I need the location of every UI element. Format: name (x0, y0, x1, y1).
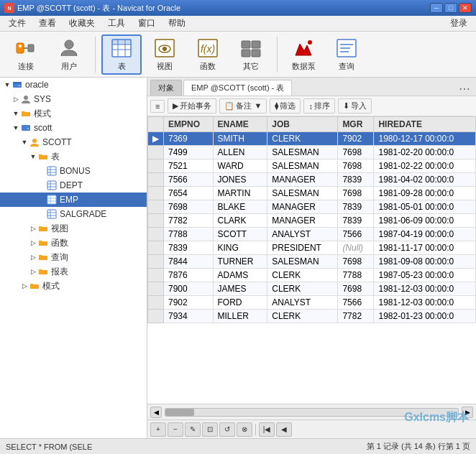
sidebar-item-scott-schema[interactable]: ▼ SCOTT (0, 135, 147, 149)
menu-tools[interactable]: 工具 (102, 16, 131, 31)
nav-first-btn[interactable]: |◀ (259, 422, 275, 437)
menu-file[interactable]: 文件 (3, 16, 32, 31)
sort-button[interactable]: ↕ 排序 (303, 98, 335, 114)
cell-hiredate: 1981-02-22 00:00:0 (374, 159, 476, 173)
menu-button[interactable]: ≡ (150, 100, 165, 113)
table-row[interactable]: 7900JAMESCLERK76981981-12-03 00:00:0 (148, 282, 476, 296)
cell-hiredate: 1981-05-01 00:00:0 (374, 200, 476, 214)
nav-delete-btn[interactable]: − (168, 422, 183, 437)
table-row[interactable]: 7521WARDSALESMAN76981981-02-22 00:00:0 (148, 159, 476, 173)
table-row[interactable]: 7844TURNERSALESMAN76981981-09-08 00:00:0 (148, 255, 476, 269)
toolbar-user[interactable]: 用户 (49, 34, 89, 75)
cell-hiredate: 1980-12-17 00:00:0 (374, 132, 476, 146)
sidebar-item-dept[interactable]: DEPT (0, 178, 147, 193)
tab-emp-table[interactable]: EMP @SCOTT (scott) - 表 (183, 80, 292, 96)
toolbar-connect[interactable]: 连接 (6, 34, 46, 75)
indicator-header (148, 117, 164, 132)
cell-mgr: 7788 (338, 269, 374, 282)
query-label: 查询 (339, 61, 354, 72)
titlebar-left: N EMP @SCOTT (scott) - 表 - Navicat for O… (4, 3, 180, 14)
nav-stop-btn[interactable]: ⊗ (237, 422, 252, 437)
expand-arrow-scott-schema: ▼ (20, 138, 29, 147)
cell-job: ANALYST (267, 296, 338, 310)
maximize-button[interactable]: □ (444, 3, 457, 13)
tab-scroll-icon[interactable]: ⋯ (456, 82, 473, 96)
toolbar-view[interactable]: 视图 (145, 34, 185, 75)
scroll-track[interactable] (165, 408, 459, 417)
other-label: 其它 (243, 61, 259, 72)
table-row[interactable]: 7782CLARKMANAGER78391981-06-09 00:00:0 (148, 214, 476, 228)
nav-copy-btn[interactable]: ⊡ (202, 422, 218, 437)
table-row[interactable]: ▶7369SMITHCLERK79021980-12-17 00:00:0 (148, 132, 476, 146)
sidebar-item-queries[interactable]: ▷ 查询 (0, 250, 147, 264)
table-row[interactable]: 7839KINGPRESIDENT(Null)1981-11-17 00:00:… (148, 241, 476, 255)
table-row[interactable]: 7934MILLERCLERK77821982-01-23 00:00:0 (148, 310, 476, 323)
start-transaction-button[interactable]: ▶ 开始事务 (168, 98, 216, 114)
table-label: 表 (118, 61, 126, 72)
login-link[interactable]: 登录 (444, 16, 473, 31)
minimize-button[interactable]: ─ (430, 3, 443, 13)
col-header-mgr[interactable]: MGR (338, 117, 374, 132)
nav-add-btn[interactable]: + (150, 422, 166, 437)
table-row[interactable]: 7499ALLENSALESMAN76981981-02-20 00:00:0 (148, 146, 476, 159)
schemas-label: 模式 (34, 108, 51, 120)
cell-empno: 7698 (164, 200, 214, 214)
filter-button[interactable]: ⧫ 筛选 (270, 98, 301, 114)
hscroll-bar: ◀ ▶ (147, 404, 476, 420)
scroll-thumb[interactable] (165, 409, 194, 416)
sidebar-item-scott-server[interactable]: ▼ scott (0, 121, 147, 135)
menu-favorites[interactable]: 收藏夹 (63, 16, 101, 31)
cell-mgr: 7698 (338, 255, 374, 269)
toolbar-other[interactable]: 其它 (231, 34, 271, 75)
table-row[interactable]: 7902FORDANALYST75661981-12-03 00:00:0 (148, 296, 476, 310)
sidebar-item-sys[interactable]: ▷ SYS (0, 92, 147, 106)
table-row[interactable]: 7566JONESMANAGER78391981-04-02 00:00:0 (148, 173, 476, 187)
scroll-left-btn[interactable]: ◀ (150, 407, 162, 418)
table-row[interactable]: 7876ADAMSCLERK77881987-05-23 00:00:0 (148, 269, 476, 282)
sidebar-item-funcs[interactable]: ▷ 函数 (0, 236, 147, 250)
col-header-ename[interactable]: ENAME (213, 117, 267, 132)
nav-refresh-btn[interactable]: ↺ (219, 422, 235, 437)
sidebar-item-emp[interactable]: EMP (0, 193, 147, 207)
cell-job: PRESIDENT (267, 241, 338, 255)
svg-point-29 (19, 85, 20, 86)
menu-window[interactable]: 窗口 (132, 16, 161, 31)
sidebar-item-reports[interactable]: ▷ 报表 (0, 264, 147, 279)
menu-view[interactable]: 查看 (33, 16, 62, 31)
sidebar-item-salgrade[interactable]: SALGRADE (0, 207, 147, 221)
close-button[interactable]: ✕ (459, 3, 472, 13)
svg-rect-18 (242, 41, 250, 48)
sidebar-item-schemas[interactable]: ▼ 模式 (0, 106, 147, 121)
notes-button[interactable]: 📋 备注 ▼ (219, 98, 267, 114)
import-button[interactable]: ⬇ 导入 (338, 98, 372, 114)
cell-empno: 7782 (164, 214, 214, 228)
col-header-empno[interactable]: EMPNO (164, 117, 214, 132)
menu-help[interactable]: 帮助 (163, 16, 191, 31)
table-row[interactable]: 7698BLAKEMANAGER78391981-05-01 00:00:0 (148, 200, 476, 214)
table-icon-salgrade (46, 208, 58, 220)
sidebar-item-oracle[interactable]: ▼ oracle (0, 78, 147, 92)
toolbar-function[interactable]: f(x) 函数 (188, 34, 228, 75)
tab-emp-label: EMP @SCOTT (scott) - 表 (191, 83, 284, 93)
tab-objects[interactable]: 对象 (150, 80, 182, 96)
toolbar-query[interactable]: 查询 (326, 34, 367, 75)
sidebar-item-bonus[interactable]: BONUS (0, 164, 147, 178)
scroll-right-btn[interactable]: ▶ (462, 407, 473, 418)
row-indicator (148, 269, 164, 282)
table-row[interactable]: 7788SCOTTANALYST75661987-04-19 00:00:0 (148, 228, 476, 241)
sidebar-item-schema2[interactable]: ▷ 模式 (0, 279, 147, 293)
nav-edit-btn[interactable]: ✎ (185, 422, 201, 437)
cell-job: SALESMAN (267, 255, 338, 269)
toolbar-table[interactable]: 表 (101, 34, 142, 75)
view-label: 视图 (157, 61, 173, 72)
sidebar-item-tables-folder[interactable]: ▼ 表 (0, 149, 147, 164)
row-indicator (148, 228, 164, 241)
toolbar-sep2 (277, 37, 278, 73)
table-row[interactable]: 7654MARTINSALESMAN76981981-09-28 00:00:0 (148, 187, 476, 200)
toolbar-datapump[interactable]: 数据泵 (283, 34, 324, 75)
col-header-job[interactable]: JOB (267, 117, 338, 132)
nav-prev-btn[interactable]: ◀ (276, 422, 292, 437)
notes-label: 备注 ▼ (236, 101, 262, 111)
col-header-hiredate[interactable]: HIREDATE (374, 117, 476, 132)
sidebar-item-views[interactable]: ▷ 视图 (0, 221, 147, 236)
